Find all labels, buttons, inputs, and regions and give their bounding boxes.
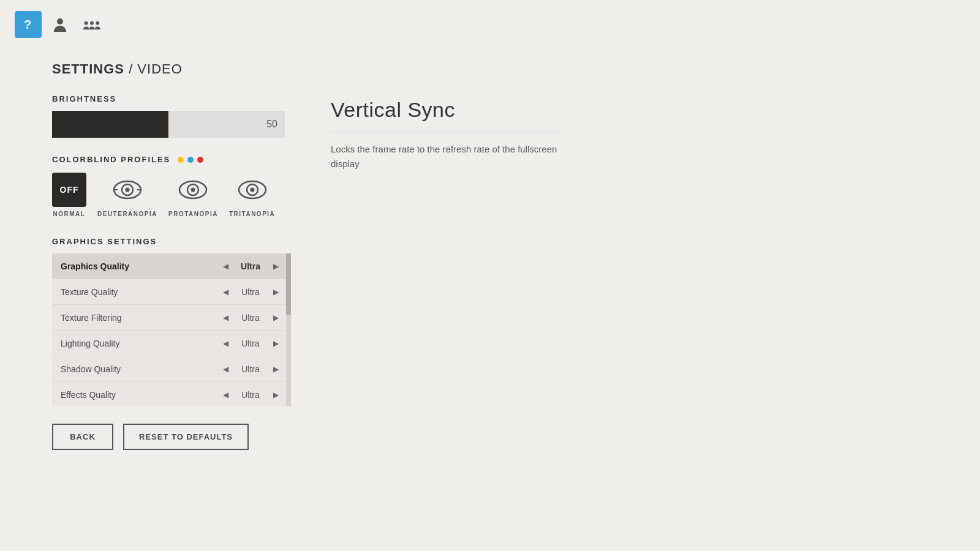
effects-quality-left-arrow[interactable]: ◀ bbox=[219, 388, 232, 402]
help-icon-btn[interactable]: ? bbox=[15, 11, 42, 38]
texture-filtering-left-arrow[interactable]: ◀ bbox=[219, 311, 232, 324]
brightness-slider[interactable]: 50 bbox=[52, 111, 285, 138]
graphics-section-label: GRAPHICS SETTINGS bbox=[52, 237, 928, 246]
brightness-value: 50 bbox=[266, 119, 277, 130]
texture-quality-value: Ultra bbox=[232, 287, 269, 297]
svg-point-12 bbox=[191, 188, 195, 192]
reset-button[interactable]: RESET TO DEFAULTS bbox=[123, 424, 249, 450]
svg-point-7 bbox=[126, 188, 130, 192]
svg-point-4 bbox=[96, 21, 99, 25]
video-label: / VIDEO bbox=[129, 61, 183, 77]
graphics-quality-label: Graphics Quality bbox=[61, 261, 219, 271]
brightness-fill bbox=[52, 111, 168, 138]
profile-tritanopia-label: TRITANOPIA bbox=[229, 211, 275, 217]
bottom-buttons: BACK RESET TO DEFAULTS bbox=[52, 424, 928, 450]
profile-protanopia-label: PROTANOPIA bbox=[168, 211, 218, 217]
person-icon-btn[interactable] bbox=[47, 11, 74, 38]
svg-point-15 bbox=[250, 188, 254, 192]
info-divider bbox=[331, 132, 564, 132]
shadow-quality-right-arrow[interactable]: ▶ bbox=[269, 362, 282, 376]
colorblind-label: COLORBLIND PROFILES bbox=[52, 155, 170, 164]
row-texture-quality[interactable]: Texture Quality ◀ Ultra ▶ bbox=[52, 279, 291, 305]
profile-protanopia-icon bbox=[176, 173, 210, 207]
profile-deuteranopia-label: DEUTERANOPIA bbox=[97, 211, 157, 217]
profile-normal[interactable]: OFF NORMAL bbox=[52, 173, 86, 217]
texture-filtering-right-arrow[interactable]: ▶ bbox=[269, 311, 282, 324]
row-shadow-quality[interactable]: Shadow Quality ◀ Ultra ▶ bbox=[52, 356, 291, 382]
colorblind-dots bbox=[178, 157, 203, 163]
page-title: SETTINGS / VIDEO bbox=[52, 61, 928, 77]
svg-point-3 bbox=[90, 21, 94, 25]
profile-tritanopia-icon bbox=[235, 173, 270, 207]
info-description: Locks the frame rate to the refresh rate… bbox=[331, 142, 576, 171]
top-bar: ? bbox=[0, 0, 980, 49]
graphics-table[interactable]: Graphics Quality ◀ Ultra ▶ Texture Quali… bbox=[52, 253, 291, 407]
texture-filtering-label: Texture Filtering bbox=[61, 313, 219, 323]
profile-normal-label: NORMAL bbox=[53, 211, 86, 217]
lighting-quality-value: Ultra bbox=[232, 339, 269, 348]
svg-point-2 bbox=[85, 21, 88, 25]
profile-normal-icon: OFF bbox=[52, 173, 86, 207]
dot-blue bbox=[187, 157, 194, 163]
row-effects-quality[interactable]: Effects Quality ◀ Ultra ▶ bbox=[52, 382, 291, 407]
lighting-quality-left-arrow[interactable]: ◀ bbox=[219, 337, 232, 350]
profile-tritanopia[interactable]: TRITANOPIA bbox=[229, 173, 275, 217]
effects-quality-label: Effects Quality bbox=[61, 390, 219, 400]
row-texture-filtering[interactable]: Texture Filtering ◀ Ultra ▶ bbox=[52, 305, 291, 331]
lighting-quality-label: Lighting Quality bbox=[61, 339, 219, 348]
settings-label: SETTINGS bbox=[52, 61, 124, 77]
info-panel: Vertical Sync Locks the frame rate to th… bbox=[331, 98, 576, 171]
back-button[interactable]: BACK bbox=[52, 424, 113, 450]
lighting-quality-right-arrow[interactable]: ▶ bbox=[269, 337, 282, 350]
texture-quality-label: Texture Quality bbox=[61, 287, 219, 297]
graphics-quality-left-arrow[interactable]: ◀ bbox=[219, 260, 232, 273]
scrollbar-thumb[interactable] bbox=[286, 253, 291, 315]
row-lighting-quality[interactable]: Lighting Quality ◀ Ultra ▶ bbox=[52, 331, 291, 356]
graphics-quality-value: Ultra bbox=[232, 261, 269, 271]
effects-quality-value: Ultra bbox=[232, 390, 269, 400]
texture-quality-left-arrow[interactable]: ◀ bbox=[219, 285, 232, 299]
colorblind-profiles: OFF NORMAL DEUTERANOPIA bbox=[52, 173, 928, 217]
dot-yellow bbox=[178, 157, 184, 163]
texture-filtering-value: Ultra bbox=[232, 313, 269, 323]
svg-text:?: ? bbox=[24, 18, 31, 31]
shadow-quality-left-arrow[interactable]: ◀ bbox=[219, 362, 232, 376]
scrollbar-track[interactable] bbox=[286, 253, 291, 407]
profile-deuteranopia[interactable]: DEUTERANOPIA bbox=[97, 173, 157, 217]
shadow-quality-label: Shadow Quality bbox=[61, 364, 219, 374]
group-icon-btn[interactable] bbox=[78, 11, 105, 38]
profile-deuteranopia-icon bbox=[110, 173, 145, 207]
graphics-section: GRAPHICS SETTINGS Graphics Quality ◀ Ult… bbox=[52, 237, 928, 407]
profile-protanopia[interactable]: PROTANOPIA bbox=[168, 173, 218, 217]
shadow-quality-value: Ultra bbox=[232, 364, 269, 374]
effects-quality-right-arrow[interactable]: ▶ bbox=[269, 388, 282, 402]
texture-quality-right-arrow[interactable]: ▶ bbox=[269, 285, 282, 299]
info-title: Vertical Sync bbox=[331, 98, 576, 122]
svg-point-1 bbox=[57, 18, 63, 24]
row-graphics-quality[interactable]: Graphics Quality ◀ Ultra ▶ bbox=[52, 253, 291, 279]
graphics-quality-right-arrow[interactable]: ▶ bbox=[269, 260, 282, 273]
dot-red bbox=[197, 157, 203, 163]
